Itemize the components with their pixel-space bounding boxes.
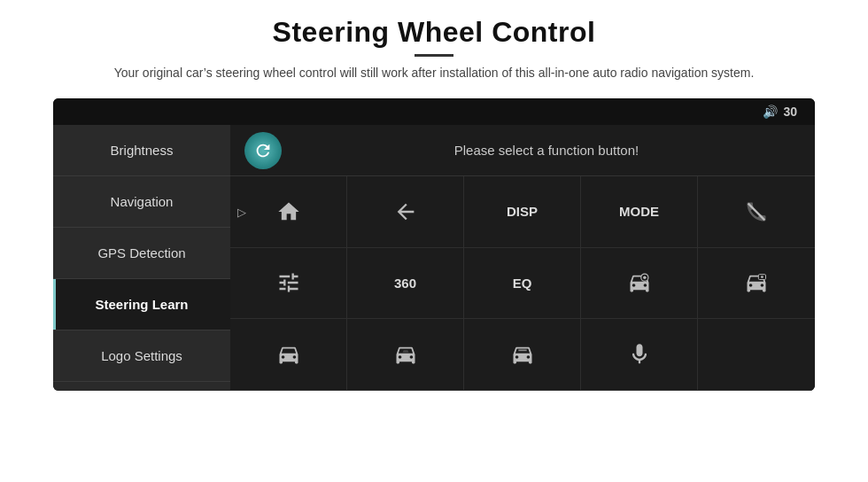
sidebar: Brightness Navigation GPS Detection Stee… [53, 125, 230, 391]
page-wrapper: Steering Wheel Control Your original car… [0, 0, 868, 482]
car-cam1-icon [627, 270, 652, 295]
mode-label: MODE [619, 204, 659, 219]
sidebar-label-navigation: Navigation [111, 194, 174, 209]
function-bar: Please select a function button! [230, 125, 815, 176]
function-prompt: Please select a function button! [292, 143, 801, 158]
sidebar-label-gps: GPS Detection [97, 245, 185, 260]
button-grid: ▷ DISP MODE [230, 176, 815, 391]
phone-cancel-icon [744, 199, 769, 224]
title-divider [415, 54, 453, 57]
grid-cell-empty [698, 319, 815, 391]
grid-cell-eq[interactable]: EQ [464, 248, 581, 320]
grid-cell-car-cam2[interactable] [698, 248, 815, 320]
grid-cell-back[interactable] [347, 176, 464, 248]
car-back-icon [510, 342, 535, 367]
sidebar-item-steering-learn[interactable]: Steering Learn [53, 279, 230, 330]
sidebar-item-brightness[interactable]: Brightness [53, 125, 230, 176]
page-title: Steering Wheel Control [114, 16, 755, 49]
grid-cell-car-side[interactable] [347, 319, 464, 391]
grid-cell-car-back[interactable] [464, 319, 581, 391]
screen-topbar: 🔊 30 [53, 98, 815, 125]
screen-body: Brightness Navigation GPS Detection Stee… [53, 125, 815, 391]
car-side-icon [393, 342, 418, 367]
grid-cell-home[interactable]: ▷ [230, 176, 347, 248]
car-front-icon [276, 342, 301, 367]
grid-cell-mic[interactable] [581, 319, 698, 391]
grid-cell-car-front[interactable] [230, 319, 347, 391]
back-icon [393, 199, 418, 224]
eq-label: EQ [513, 276, 532, 291]
disp-label: DISP [507, 204, 538, 219]
grid-cell-mode[interactable]: MODE [581, 176, 698, 248]
subtitle: Your original car’s steering wheel contr… [114, 64, 755, 82]
title-section: Steering Wheel Control Your original car… [114, 16, 755, 93]
sidebar-label-brightness: Brightness [111, 143, 174, 158]
360-label: 360 [394, 276, 416, 291]
car-screen: 🔊 30 Brightness Navigation GPS Detection… [53, 98, 815, 391]
sidebar-label-logo: Logo Settings [101, 348, 182, 363]
main-content: Please select a function button! ▷ [230, 125, 815, 391]
grid-cell-tune[interactable] [230, 248, 347, 320]
grid-cell-disp[interactable]: DISP [464, 176, 581, 248]
svg-point-4 [761, 276, 763, 279]
mic-icon [627, 342, 652, 367]
car-cam2-icon [744, 270, 769, 295]
tune-icon [276, 270, 301, 295]
sidebar-label-steering: Steering Learn [95, 297, 188, 312]
grid-cell-phone-cancel[interactable] [698, 176, 815, 248]
home-icon [276, 199, 301, 224]
sidebar-item-logo-settings[interactable]: Logo Settings [53, 330, 230, 382]
grid-cell-360[interactable]: 360 [347, 248, 464, 320]
volume-value: 30 [783, 105, 797, 119]
sidebar-item-gps-detection[interactable]: GPS Detection [53, 228, 230, 279]
cursor-arrow: ▷ [237, 205, 246, 218]
sidebar-item-navigation[interactable]: Navigation [53, 176, 230, 228]
refresh-button[interactable] [244, 132, 282, 169]
grid-cell-car-cam1[interactable] [581, 248, 698, 320]
svg-point-2 [643, 276, 647, 280]
volume-icon: 🔊 [763, 105, 778, 119]
